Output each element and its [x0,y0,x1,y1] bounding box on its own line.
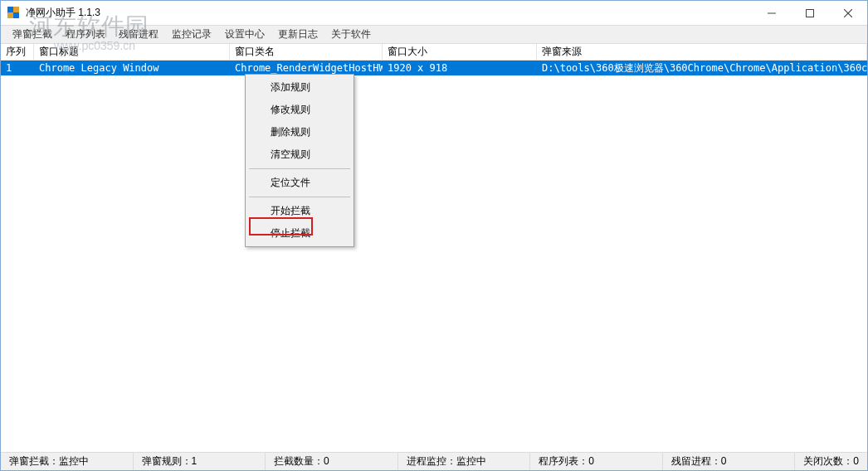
window-title: 净网小助手 1.1.3 [26,6,753,20]
menu-leftover-process[interactable]: 残留进程 [112,26,165,43]
menu-monitor-log[interactable]: 监控记录 [165,26,218,43]
cell-title: Chrome Legacy Window [34,61,230,75]
menu-program-list[interactable]: 程序列表 [59,26,112,43]
table-area: 序列 窗口标题 窗口类名 窗口大小 弹窗来源 1 Chrome Legacy W… [1,44,867,452]
menu-popup-block[interactable]: 弹窗拦截 [6,26,59,43]
cm-locate-file[interactable]: 定位文件 [247,172,352,194]
cm-modify-rule[interactable]: 修改规则 [247,99,352,121]
cell-index: 1 [1,61,34,75]
cm-separator [249,197,350,197]
status-program-list: 程序列表：0 [530,453,663,470]
menu-settings[interactable]: 设置中心 [218,26,271,43]
menu-changelog[interactable]: 更新日志 [271,26,324,43]
cm-start-block[interactable]: 开始拦截 [247,200,352,222]
cm-delete-rule[interactable]: 删除规则 [247,121,352,143]
context-menu: 添加规则 修改规则 删除规则 清空规则 定位文件 开始拦截 停止拦截 [245,74,354,247]
col-header-title[interactable]: 窗口标题 [34,44,230,60]
minimize-button[interactable] [753,1,791,25]
cell-size: 1920 x 918 [383,61,537,75]
menu-bar: 弹窗拦截 程序列表 残留进程 监控记录 设置中心 更新日志 关于软件 [1,26,867,44]
status-proc-monitor: 进程监控：监控中 [398,453,531,470]
status-close-count: 关闭次数：0 [795,453,867,470]
cm-add-rule[interactable]: 添加规则 [247,76,352,99]
cm-separator [249,168,350,169]
status-block: 弹窗拦截：监控中 [1,453,134,470]
status-bar: 弹窗拦截：监控中 弹窗规则：1 拦截数量：0 进程监控：监控中 程序列表：0 残… [1,452,867,470]
cell-source: D:\tools\360极速浏览器\360Chrome\Chrome\Appli… [537,61,867,75]
close-button[interactable] [829,1,867,25]
col-header-index[interactable]: 序列 [1,44,34,60]
col-header-size[interactable]: 窗口大小 [383,44,537,60]
status-leftover: 残留进程：0 [663,453,796,470]
maximize-button[interactable] [791,1,829,25]
menu-about[interactable]: 关于软件 [324,26,378,43]
cm-stop-block[interactable]: 停止拦截 [247,222,352,245]
title-bar: 净网小助手 1.1.3 [1,1,867,26]
cm-clear-rules[interactable]: 清空规则 [247,143,352,166]
table-row[interactable]: 1 Chrome Legacy Window Chrome_RenderWidg… [1,61,867,75]
col-header-class[interactable]: 窗口类名 [230,44,383,60]
app-icon [7,7,21,20]
table-header: 序列 窗口标题 窗口类名 窗口大小 弹窗来源 [1,44,867,61]
svg-rect-1 [807,9,814,17]
status-rules: 弹窗规则：1 [134,453,266,470]
col-header-source[interactable]: 弹窗来源 [537,44,867,60]
status-count: 拦截数量：0 [266,453,398,470]
